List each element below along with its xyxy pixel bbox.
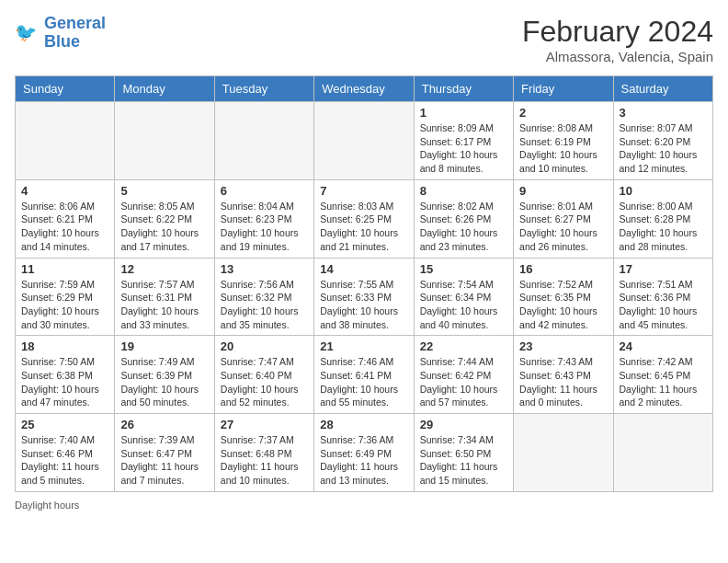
calendar-cell: 24Sunrise: 7:42 AM Sunset: 6:45 PM Dayli… — [613, 336, 712, 414]
calendar-cell: 23Sunrise: 7:43 AM Sunset: 6:43 PM Dayli… — [514, 336, 613, 414]
calendar-dow-thursday: Thursday — [414, 76, 513, 102]
day-number: 8 — [420, 184, 507, 198]
day-info: Sunrise: 7:56 AM Sunset: 6:32 PM Dayligh… — [221, 278, 308, 332]
calendar-cell — [613, 414, 712, 492]
day-info: Sunrise: 7:40 AM Sunset: 6:46 PM Dayligh… — [21, 433, 108, 488]
logo-bird-icon: 🐦 — [15, 20, 40, 46]
day-info: Sunrise: 7:51 AM Sunset: 6:36 PM Dayligh… — [620, 278, 707, 332]
calendar-cell: 6Sunrise: 8:04 AM Sunset: 6:23 PM Daylig… — [214, 179, 313, 258]
title-area: February 2024 Almassora, Valencia, Spain — [522, 15, 713, 64]
calendar-cell: 25Sunrise: 7:40 AM Sunset: 6:46 PM Dayli… — [16, 414, 115, 492]
calendar-cell: 18Sunrise: 7:50 AM Sunset: 6:38 PM Dayli… — [16, 336, 115, 414]
day-info: Sunrise: 8:08 AM Sunset: 6:19 PM Dayligh… — [519, 121, 607, 176]
header: 🐦 General Blue February 2024 Almassora, … — [15, 15, 713, 64]
day-info: Sunrise: 8:07 AM Sunset: 6:20 PM Dayligh… — [620, 121, 707, 176]
calendar-week-5: 25Sunrise: 7:40 AM Sunset: 6:46 PM Dayli… — [16, 414, 713, 492]
day-number: 23 — [519, 339, 607, 353]
day-number: 2 — [519, 106, 607, 120]
calendar-dow-tuesday: Tuesday — [214, 76, 313, 102]
calendar-cell — [514, 414, 613, 492]
day-info: Sunrise: 7:57 AM Sunset: 6:31 PM Dayligh… — [120, 278, 208, 332]
calendar-cell: 2Sunrise: 8:08 AM Sunset: 6:19 PM Daylig… — [514, 102, 613, 180]
calendar-cell — [314, 102, 414, 180]
calendar-dow-wednesday: Wednesday — [314, 76, 414, 102]
calendar-title: February 2024 — [522, 15, 713, 49]
day-info: Sunrise: 7:42 AM Sunset: 6:45 PM Dayligh… — [620, 355, 707, 409]
day-number: 19 — [120, 339, 208, 353]
day-number: 14 — [320, 262, 407, 276]
calendar-cell: 26Sunrise: 7:39 AM Sunset: 6:47 PM Dayli… — [115, 414, 214, 492]
calendar-cell — [115, 102, 214, 180]
day-number: 1 — [420, 106, 507, 120]
day-info: Sunrise: 7:39 AM Sunset: 6:47 PM Dayligh… — [120, 433, 208, 488]
day-number: 12 — [120, 262, 208, 276]
day-info: Sunrise: 8:02 AM Sunset: 6:26 PM Dayligh… — [420, 200, 507, 254]
calendar-dow-friday: Friday — [514, 76, 613, 102]
day-info: Sunrise: 7:59 AM Sunset: 6:29 PM Dayligh… — [21, 278, 108, 332]
day-info: Sunrise: 7:36 AM Sunset: 6:49 PM Dayligh… — [320, 433, 407, 488]
day-info: Sunrise: 7:55 AM Sunset: 6:33 PM Dayligh… — [320, 278, 407, 332]
day-number: 22 — [420, 339, 507, 353]
day-info: Sunrise: 8:06 AM Sunset: 6:21 PM Dayligh… — [21, 200, 108, 254]
calendar-dow-saturday: Saturday — [613, 76, 712, 102]
logo-text: General Blue — [44, 15, 106, 52]
calendar-cell: 22Sunrise: 7:44 AM Sunset: 6:42 PM Dayli… — [414, 336, 513, 414]
day-number: 17 — [620, 262, 707, 276]
calendar-cell: 20Sunrise: 7:47 AM Sunset: 6:40 PM Dayli… — [214, 336, 313, 414]
calendar-cell: 17Sunrise: 7:51 AM Sunset: 6:36 PM Dayli… — [613, 258, 712, 336]
calendar-cell: 9Sunrise: 8:01 AM Sunset: 6:27 PM Daylig… — [514, 179, 613, 258]
day-number: 27 — [221, 418, 308, 431]
day-number: 18 — [21, 339, 108, 353]
day-number: 3 — [620, 106, 707, 120]
svg-text:🐦: 🐦 — [15, 20, 38, 42]
day-info: Sunrise: 8:04 AM Sunset: 6:23 PM Dayligh… — [221, 200, 308, 254]
day-number: 24 — [620, 339, 707, 353]
day-number: 6 — [221, 184, 308, 198]
calendar-week-1: 1Sunrise: 8:09 AM Sunset: 6:17 PM Daylig… — [16, 102, 713, 180]
calendar-cell: 29Sunrise: 7:34 AM Sunset: 6:50 PM Dayli… — [414, 414, 513, 492]
day-info: Sunrise: 7:46 AM Sunset: 6:41 PM Dayligh… — [320, 355, 407, 409]
day-number: 5 — [120, 184, 208, 198]
calendar-cell: 19Sunrise: 7:49 AM Sunset: 6:39 PM Dayli… — [115, 336, 214, 414]
calendar-cell: 7Sunrise: 8:03 AM Sunset: 6:25 PM Daylig… — [314, 179, 414, 258]
calendar-cell: 10Sunrise: 8:00 AM Sunset: 6:28 PM Dayli… — [613, 179, 712, 258]
day-info: Sunrise: 8:00 AM Sunset: 6:28 PM Dayligh… — [620, 200, 707, 254]
calendar-week-2: 4Sunrise: 8:06 AM Sunset: 6:21 PM Daylig… — [16, 179, 713, 258]
day-number: 16 — [519, 262, 607, 276]
day-info: Sunrise: 7:34 AM Sunset: 6:50 PM Dayligh… — [420, 433, 507, 488]
day-number: 13 — [221, 262, 308, 276]
calendar-cell: 28Sunrise: 7:36 AM Sunset: 6:49 PM Dayli… — [314, 414, 414, 492]
calendar-subtitle: Almassora, Valencia, Spain — [522, 49, 713, 64]
day-number: 9 — [519, 184, 607, 198]
day-info: Sunrise: 7:50 AM Sunset: 6:38 PM Dayligh… — [21, 355, 108, 409]
calendar-cell — [214, 102, 313, 180]
day-info: Sunrise: 7:37 AM Sunset: 6:48 PM Dayligh… — [221, 433, 308, 488]
day-number: 15 — [420, 262, 507, 276]
day-info: Sunrise: 8:01 AM Sunset: 6:27 PM Dayligh… — [519, 200, 607, 254]
day-number: 21 — [320, 339, 407, 353]
calendar-cell: 3Sunrise: 8:07 AM Sunset: 6:20 PM Daylig… — [613, 102, 712, 180]
calendar-cell — [16, 102, 115, 180]
calendar-week-4: 18Sunrise: 7:50 AM Sunset: 6:38 PM Dayli… — [16, 336, 713, 414]
day-number: 10 — [620, 184, 707, 198]
day-number: 29 — [420, 418, 507, 431]
day-number: 20 — [221, 339, 308, 353]
calendar-cell: 12Sunrise: 7:57 AM Sunset: 6:31 PM Dayli… — [115, 258, 214, 336]
day-info: Sunrise: 8:09 AM Sunset: 6:17 PM Dayligh… — [420, 121, 507, 176]
day-info: Sunrise: 7:54 AM Sunset: 6:34 PM Dayligh… — [420, 278, 507, 332]
calendar-cell: 16Sunrise: 7:52 AM Sunset: 6:35 PM Dayli… — [514, 258, 613, 336]
day-number: 11 — [21, 262, 108, 276]
calendar-dow-monday: Monday — [115, 76, 214, 102]
calendar-cell: 14Sunrise: 7:55 AM Sunset: 6:33 PM Dayli… — [314, 258, 414, 336]
calendar-cell: 5Sunrise: 8:05 AM Sunset: 6:22 PM Daylig… — [115, 179, 214, 258]
calendar-cell: 13Sunrise: 7:56 AM Sunset: 6:32 PM Dayli… — [214, 258, 313, 336]
day-info: Sunrise: 7:47 AM Sunset: 6:40 PM Dayligh… — [221, 355, 308, 409]
calendar-cell: 1Sunrise: 8:09 AM Sunset: 6:17 PM Daylig… — [414, 102, 513, 180]
footer-note: Daylight hours — [15, 500, 713, 511]
calendar-cell: 11Sunrise: 7:59 AM Sunset: 6:29 PM Dayli… — [16, 258, 115, 336]
day-number: 4 — [21, 184, 108, 198]
logo: 🐦 General Blue — [15, 15, 106, 52]
day-number: 28 — [320, 418, 407, 431]
calendar-week-3: 11Sunrise: 7:59 AM Sunset: 6:29 PM Dayli… — [16, 258, 713, 336]
day-info: Sunrise: 7:43 AM Sunset: 6:43 PM Dayligh… — [519, 355, 607, 409]
